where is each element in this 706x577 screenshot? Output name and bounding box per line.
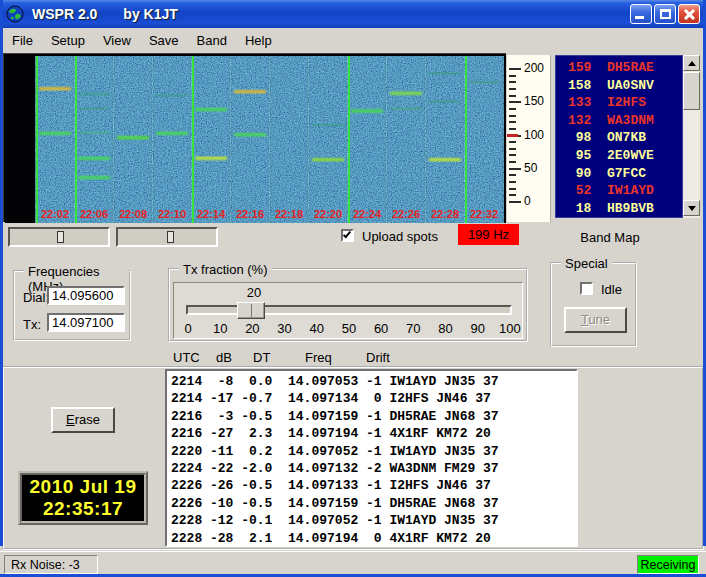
- scrollbar-thumb[interactable]: [683, 72, 700, 110]
- tick-label: 90: [466, 321, 490, 336]
- scale-tick: [509, 101, 521, 103]
- scroll-down-button[interactable]: [683, 200, 700, 216]
- scale-tick: [509, 88, 516, 90]
- band-map-entry: 52 IW1AYD: [568, 182, 682, 200]
- tx-frequency-input[interactable]: [47, 313, 125, 332]
- band-map-entry: 132 WA3DNM: [568, 112, 682, 130]
- meter-thumb[interactable]: [167, 231, 174, 243]
- decode-row: 2214 -8 0.0 14.097053 -1 IW1AYD JN35 37: [171, 373, 576, 390]
- scale-tick-label: 100: [524, 128, 544, 142]
- decode-row: 2214 -17 -0.7 14.097134 0 I2HFS JN46 37: [171, 390, 576, 407]
- menu-save[interactable]: Save: [140, 30, 188, 51]
- decode-row: 2226 -10 -0.5 14.097159 -1 DH5RAE JN68 3…: [171, 495, 576, 512]
- rx-level-meter[interactable]: [8, 227, 110, 247]
- clock-display: 2010 Jul 19 22:35:17: [18, 471, 148, 525]
- wspr-window: WSPR 2.0 by K1JT File Setup View Save Ba…: [0, 0, 706, 577]
- decode-row: 2216 -27 2.3 14.097194 -1 4X1RF KM72 20: [171, 425, 576, 442]
- scale-tick: [509, 75, 516, 77]
- special-caption: Special: [561, 256, 612, 271]
- tx-label: Tx:: [23, 317, 41, 332]
- frequencies-group: Frequencies (MHz) Dial: Tx:: [13, 270, 131, 341]
- svg-text:22:32: 22:32: [470, 208, 498, 220]
- band-map-entry: 133 I2HFS: [568, 94, 682, 112]
- scale-tick: [509, 81, 516, 83]
- decode-row: 2224 -22 -2.0 14.097132 -2 WA3DNM FM29 3…: [171, 460, 576, 477]
- tick-label: 100: [498, 321, 522, 336]
- header-drift: Drift: [366, 350, 390, 365]
- globe-icon: [6, 5, 24, 23]
- decode-row: 2220 -11 0.2 14.097052 -1 IW1AYD JN35 37: [171, 443, 576, 460]
- scale-tick: [509, 128, 516, 130]
- svg-text:22:06: 22:06: [80, 208, 108, 220]
- band-map-entry: 18 HB9BVB: [568, 200, 682, 218]
- scale-tick: [509, 141, 516, 143]
- tick-label: 70: [401, 321, 425, 336]
- header-db: dB: [216, 350, 232, 365]
- band-map-entry: 95 2E0WVE: [568, 147, 682, 165]
- check-icon: [343, 230, 351, 239]
- svg-text:22:08: 22:08: [119, 208, 147, 220]
- clock-time: 22:35:17: [43, 498, 123, 520]
- tx-fraction-value: 20: [241, 285, 267, 300]
- slider-groove[interactable]: [186, 305, 512, 315]
- tick-label: 50: [337, 321, 361, 336]
- minimize-button[interactable]: [630, 4, 652, 24]
- scale-tick: [509, 148, 516, 150]
- scale-red-marker: [507, 134, 518, 137]
- window-title: WSPR 2.0: [32, 6, 97, 22]
- band-map-scrollbar[interactable]: [683, 55, 700, 218]
- scale-tick: [509, 121, 516, 123]
- band-map-entry: 98 ON7KB: [568, 129, 682, 147]
- decode-listbox[interactable]: 2214 -8 0.0 14.097053 -1 IW1AYD JN35 372…: [165, 369, 578, 547]
- menubar: File Setup View Save Band Help: [3, 28, 703, 53]
- upload-spots-checkbox[interactable]: [341, 229, 354, 242]
- erase-button-label-rest: rase: [75, 412, 100, 427]
- svg-text:22:18: 22:18: [275, 208, 303, 220]
- menu-view[interactable]: View: [94, 30, 140, 51]
- mode-status-badge: Receiving: [637, 555, 699, 574]
- waterfall-panel: 22:0222:0622:0822:1022:1422:1622:1822:20…: [3, 53, 506, 222]
- maximize-button[interactable]: [654, 4, 676, 24]
- svg-text:22:28: 22:28: [431, 208, 459, 220]
- frequency-scale: 050100150200: [507, 55, 551, 222]
- band-map-entry: 159 DH5RAE: [568, 59, 682, 77]
- header-dt: DT: [253, 350, 270, 365]
- band-map-entry: 158 UA0SNV: [568, 77, 682, 95]
- scale-tick-label: 0: [524, 194, 531, 208]
- slider-thumb[interactable]: [237, 302, 265, 319]
- dial-frequency-input[interactable]: [47, 286, 125, 305]
- scale-tick: [509, 161, 516, 163]
- statusbar: Rx Noise: -3 dB Receiving: [0, 551, 706, 574]
- svg-text:22:20: 22:20: [314, 208, 342, 220]
- rx-noise-status: Rx Noise: -3 dB: [4, 555, 98, 574]
- scale-tick: [509, 68, 521, 70]
- slider-tick-labels: 0 10 20 30 40 50 60 70 80 90 100: [176, 321, 522, 336]
- menu-setup[interactable]: Setup: [42, 30, 94, 51]
- tick-label: 0: [176, 321, 200, 336]
- tune-button[interactable]: Tune: [564, 307, 627, 333]
- scroll-up-button[interactable]: [683, 55, 700, 71]
- header-utc: UTC: [173, 350, 200, 365]
- scale-tick: [509, 181, 516, 183]
- band-map-entry: 90 G7FCC: [568, 165, 682, 183]
- tick-label: 60: [369, 321, 393, 336]
- scale-tick: [509, 188, 516, 190]
- tick-label: 40: [305, 321, 329, 336]
- scale-tick-label: 50: [524, 161, 537, 175]
- header-freq: Freq: [305, 350, 332, 365]
- menu-file[interactable]: File: [3, 30, 42, 51]
- meter-thumb[interactable]: [57, 231, 64, 243]
- menu-band[interactable]: Band: [188, 30, 236, 51]
- band-map-list: 159 DH5RAE158 UA0SNV133 I2HFS132 WA3DNM …: [555, 55, 683, 218]
- svg-text:22:26: 22:26: [392, 208, 420, 220]
- tx-level-meter[interactable]: [116, 227, 218, 247]
- close-button[interactable]: [678, 4, 700, 24]
- clock-date: 2010 Jul 19: [30, 476, 137, 498]
- idle-checkbox[interactable]: [580, 282, 593, 295]
- scale-tick-label: 150: [524, 94, 544, 108]
- erase-button-label: E: [66, 412, 75, 427]
- window-border-left: [0, 0, 3, 546]
- decode-row: 2226 -26 -0.5 14.097133 -1 I2HFS JN46 37: [171, 477, 576, 494]
- erase-button[interactable]: Erase: [51, 407, 115, 433]
- menu-help[interactable]: Help: [236, 30, 281, 51]
